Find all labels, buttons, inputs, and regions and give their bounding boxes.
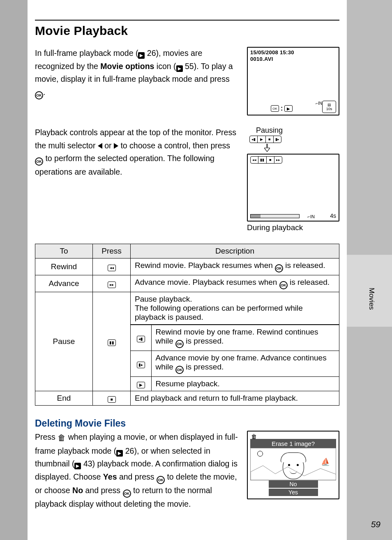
rewind-icon: ◂◂ xyxy=(108,265,116,271)
cell-to-end: End xyxy=(35,391,93,406)
ctrl-pause-icon: ▮▮ xyxy=(258,157,266,163)
deleting-text: Press 🗑 when playing a movie, or when di… xyxy=(35,431,238,511)
playback-icon: ▶ xyxy=(138,52,145,59)
deleting-row: Press 🗑 when playing a movie, or when di… xyxy=(35,431,339,511)
play-icon: ▶ xyxy=(284,105,293,112)
lcd1-in: ⌐IN xyxy=(316,101,322,106)
mountains-icon xyxy=(251,464,336,480)
control-bar-top: ◂▮ ▶ ■ ▮▸ xyxy=(249,136,281,143)
delete-preview: ⛵ xyxy=(250,448,336,480)
cell-to-pause: Pause xyxy=(35,292,93,391)
table-row: Rewind ◂◂ Rewind movie. Playback resumes… xyxy=(35,258,339,275)
ok-badge-icon: OK xyxy=(271,105,279,112)
ok-icon: OK xyxy=(175,366,184,374)
during-label: During playback xyxy=(247,223,339,232)
delete-confirmation-lcd: 🗑 Erase 1 image? ⛵ xyxy=(247,431,339,499)
th-press: Press xyxy=(93,244,131,258)
pause-subtable: ◂▮ Rewind movie by one frame. Rewind con… xyxy=(131,325,339,391)
th-to: To xyxy=(35,244,93,258)
ok-icon: OK xyxy=(157,476,165,484)
ctrl-play-icon: ▶ xyxy=(258,136,265,143)
sub-press-advance: ▮▸ xyxy=(131,351,151,377)
side-tab-label: Movies xyxy=(367,288,376,310)
controls-row: Playback controls appear at the top of t… xyxy=(35,126,339,232)
heading-rule xyxy=(35,20,339,21)
intro-seg-a: In full-frame playback mode ( xyxy=(35,48,138,58)
right-arrow-icon xyxy=(114,143,118,149)
ok-icon: OK xyxy=(35,157,43,166)
ctrl-rewind-icon: ◂◂ xyxy=(251,157,258,163)
ctrl-advance-icon: ▮▸ xyxy=(274,136,281,143)
advance-icon: ▸▸ xyxy=(108,282,116,288)
ok-icon: OK xyxy=(175,340,184,348)
table-row: ▮▸ Advance movie by one frame. Advance c… xyxy=(131,351,339,377)
sub-press-resume: ▶ xyxy=(131,377,151,391)
intro-row: In full-frame playback mode (▶ 26), movi… xyxy=(35,47,339,115)
yes-text: Yes xyxy=(103,472,117,481)
ctrl-stop-icon: ■ xyxy=(267,157,274,163)
ctrl-stop-icon: ■ xyxy=(266,136,274,143)
cell-desc-advance: Advance movie. Playback resumes when OK … xyxy=(131,275,339,292)
frame-advance-icon: ▮▸ xyxy=(137,362,145,368)
table-row: ▶ Resume playback. xyxy=(131,377,339,391)
operations-table: To Press Description Rewind ◂◂ Rewind mo… xyxy=(35,244,339,406)
playback-icon: ▶ xyxy=(74,463,81,469)
sub-press-rewind: ◂▮ xyxy=(131,325,151,351)
no-text: No xyxy=(72,486,83,495)
cell-desc-end: End playback and return to full-frame pl… xyxy=(131,391,339,406)
pause-icon: ▮▮ xyxy=(108,339,116,346)
p2-b: to choose a control, then press xyxy=(118,141,230,150)
lcd1-date: 15/05/2008 15:30 xyxy=(250,49,294,55)
delete-title: Erase 1 image? xyxy=(250,439,336,448)
playback-icon: ▶ xyxy=(176,65,183,72)
p2-c: to perform the selected operation. The f… xyxy=(35,154,214,176)
ok-icon: OK xyxy=(123,489,131,498)
controls-text: Playback controls appear at the top of t… xyxy=(35,126,238,179)
sub-desc-rewind: Rewind movie by one frame. Rewind contin… xyxy=(151,325,339,351)
deleting-heading: Deleting Movie Files xyxy=(35,418,339,429)
stop-icon: ■ xyxy=(108,396,116,403)
playback-icon: ▶ xyxy=(116,450,123,457)
lcd2-in: ⌐IN xyxy=(308,214,315,219)
sub-desc-advance: Advance movie by one frame. Advance cont… xyxy=(151,351,339,377)
delete-option-no: No xyxy=(269,480,318,488)
resume-icon: ▶ xyxy=(137,382,145,388)
sub-desc-resume: Resume playback. xyxy=(151,377,339,391)
movie-options-label: Movie options xyxy=(100,62,154,71)
left-margin xyxy=(0,0,28,540)
cell-to-advance: Advance xyxy=(35,275,93,292)
cell-press-advance: ▸▸ xyxy=(93,275,131,292)
lcd2-duration: 4s xyxy=(330,212,336,219)
cell-to-rewind: Rewind xyxy=(35,258,93,275)
intro-seg-b: icon ( xyxy=(154,62,176,71)
ctrl-advance-icon: ▸▸ xyxy=(274,157,282,163)
ok-icon: OK xyxy=(279,281,288,289)
intro-end: . xyxy=(43,88,45,97)
cell-desc-rewind: Rewind movie. Playback resumes when OK i… xyxy=(131,258,339,275)
page-title: Movie Playback xyxy=(35,24,339,38)
trash-icon: 🗑 xyxy=(58,432,66,445)
pause-desc-top: Pause playback. The following operations… xyxy=(131,292,339,325)
cell-press-rewind: ◂◂ xyxy=(93,258,131,275)
frame-rewind-icon: ◂▮ xyxy=(137,336,145,342)
intro-text: In full-frame playback mode (▶ 26), movi… xyxy=(35,47,238,115)
lcd1-time: 10s xyxy=(326,107,332,111)
lcd-screenshot-2: ◂◂ ▮▮ ■ ▸▸ ⌐IN 4s xyxy=(247,154,339,222)
cell-desc-pause: Pause playback. The following operations… xyxy=(131,292,339,391)
lcd1-file: 0010.AVI xyxy=(250,56,273,62)
tv-mode-icon: ▤10s xyxy=(322,101,336,113)
ctrl-rewind-icon: ◂▮ xyxy=(250,136,258,143)
lcd-screenshot-1: 15/05/2008 15:30 0010.AVI OK : ▶ ⌐IN ▤10… xyxy=(247,47,339,115)
table-header-row: To Press Description xyxy=(35,244,339,258)
progress-bar xyxy=(250,214,300,218)
ok-icon: OK xyxy=(275,264,283,272)
delete-option-yes: Yes xyxy=(269,489,318,496)
arrow-down-icon xyxy=(264,144,270,152)
page: Movies Movie Playback In full-frame play… xyxy=(0,0,392,540)
p2-mid: or xyxy=(102,141,114,150)
table-row: End ■ End playback and return to full-fr… xyxy=(35,391,339,406)
table-row: Pause ▮▮ Pause playback. The following o… xyxy=(35,292,339,391)
ok-icon: OK xyxy=(35,91,43,99)
lcd1-ok-play: OK : ▶ xyxy=(271,105,293,112)
left-arrow-icon xyxy=(98,143,102,149)
